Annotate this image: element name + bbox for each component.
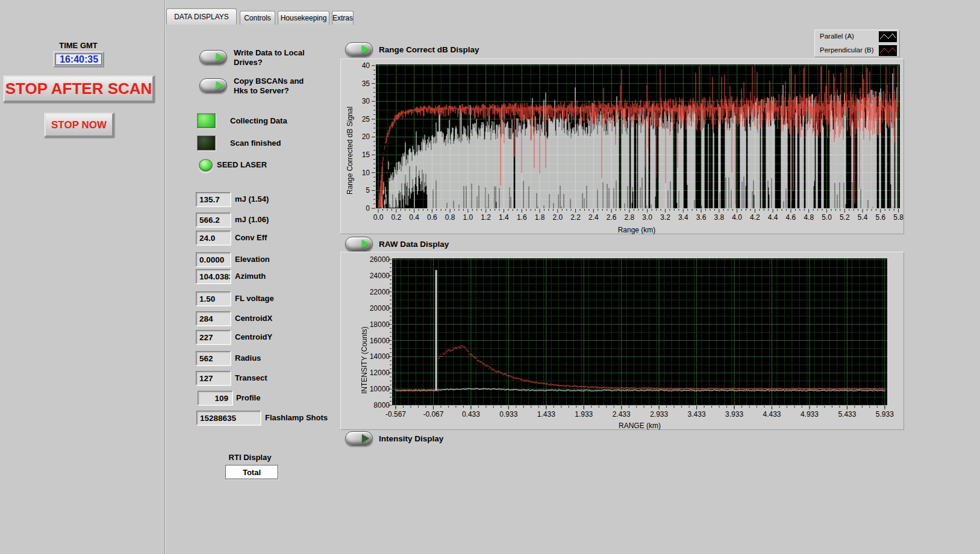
raw-x-tick: 5.433 bbox=[831, 410, 863, 419]
raw-x-tick: 1.433 bbox=[530, 410, 563, 419]
legend-swatch-parallel-icon bbox=[879, 31, 897, 42]
legend-row-perpendicular: Perpendicular (B) bbox=[815, 44, 899, 57]
raw-x-tick: 0.433 bbox=[455, 410, 487, 419]
db-y-tick: 0 bbox=[346, 204, 370, 213]
range-correct-db-title: Range Correct dB Display bbox=[379, 45, 479, 55]
legend-label-parallel: Parallel (A) bbox=[820, 33, 854, 40]
legend-swatch-perpendicular-icon bbox=[879, 45, 897, 56]
centroidy-value: 227 bbox=[196, 330, 231, 344]
time-gmt-label: TIME GMT bbox=[36, 41, 120, 51]
raw-x-tick: -0.567 bbox=[379, 410, 412, 419]
scan-finished-label: Scan finished bbox=[230, 138, 281, 148]
raw-x-tick: 3.433 bbox=[681, 410, 713, 419]
raw-data-display-title: RAW Data Display bbox=[379, 240, 449, 249]
raw-y-tick: 18000 bbox=[360, 320, 390, 329]
db-y-tick: 40 bbox=[346, 61, 370, 70]
raw-x-tick: 2.933 bbox=[643, 410, 675, 419]
raw-y-tick: 14000 bbox=[360, 352, 390, 361]
toggle-arrow-icon bbox=[362, 45, 369, 54]
transect-label: Transect bbox=[235, 373, 267, 383]
seed-laser-label: SEED LASER bbox=[217, 160, 267, 170]
radius-value: 562 bbox=[196, 351, 231, 366]
range-correct-db-toggle[interactable] bbox=[345, 42, 373, 57]
db-y-tick: 25 bbox=[346, 115, 370, 123]
collecting-data-label: Collecting Data bbox=[230, 116, 287, 126]
fl-voltage-label: FL voltage bbox=[235, 294, 274, 303]
profile-label: Profile bbox=[236, 393, 260, 403]
raw-x-axis-label: RANGE (km) bbox=[392, 422, 887, 430]
db-y-tick: 5 bbox=[346, 186, 370, 195]
raw-x-tick: 0.933 bbox=[492, 410, 525, 419]
stop-after-scan-button[interactable]: STOP AFTER SCAN bbox=[3, 75, 154, 102]
tab-extras[interactable]: Extras bbox=[332, 11, 354, 25]
intensity-display-toggle[interactable] bbox=[345, 431, 373, 446]
db-y-tick: 15 bbox=[346, 151, 370, 159]
db-y-tick: 10 bbox=[346, 169, 370, 177]
raw-x-tick: 1.933 bbox=[567, 410, 600, 419]
elevation-label: Elevation bbox=[235, 255, 270, 264]
raw-y-tick: 22000 bbox=[360, 288, 390, 296]
db-y-tick: 30 bbox=[346, 97, 370, 105]
toggle-arrow-icon bbox=[362, 240, 369, 248]
flashlamp-shots-label: Flashlamp Shots bbox=[265, 413, 328, 423]
db-x-tick: 5.8 bbox=[887, 213, 911, 222]
rti-display-label: RTI Display bbox=[220, 453, 280, 462]
transect-value: 127 bbox=[196, 371, 231, 385]
raw-y-tick: 20000 bbox=[360, 304, 390, 313]
raw-y-tick: 12000 bbox=[360, 369, 390, 377]
radius-label: Radius bbox=[235, 353, 261, 363]
conv-eff-label: Conv Eff bbox=[235, 233, 267, 243]
left-control-panel: TIME GMT 16:40:35 STOP AFTER SCAN STOP N… bbox=[0, 0, 165, 554]
time-gmt-display: 16:40:35 bbox=[53, 51, 104, 67]
raw-y-tick: 8000 bbox=[360, 401, 390, 409]
centroidy-label: CentroidY bbox=[235, 332, 272, 342]
copy-bscans-toggle[interactable] bbox=[199, 78, 227, 93]
time-gmt-value: 16:40:35 bbox=[55, 54, 102, 65]
centroidx-value: 284 bbox=[196, 311, 231, 326]
mj-154-value: 135.7 bbox=[196, 192, 231, 207]
raw-y-tick: 26000 bbox=[360, 255, 390, 264]
stop-now-button[interactable]: STOP NOW bbox=[44, 113, 114, 137]
raw-data-graph: INTENSITY (Counts) RANGE (km) 2600024000… bbox=[340, 252, 904, 430]
raw-plot-area[interactable] bbox=[387, 258, 887, 410]
seed-laser-led bbox=[199, 159, 213, 172]
collecting-data-led bbox=[197, 113, 216, 128]
tab-controls[interactable]: Controls bbox=[240, 11, 275, 25]
raw-x-tick: 2.433 bbox=[605, 410, 638, 419]
legend-label-perpendicular: Perpendicular (B) bbox=[820, 46, 873, 54]
db-plot-area[interactable] bbox=[371, 64, 900, 213]
toggle-arrow-icon bbox=[362, 434, 369, 443]
mj-106-value: 566.2 bbox=[196, 213, 231, 227]
db-x-axis-label: Range (km) bbox=[376, 226, 897, 234]
raw-x-tick: -0.067 bbox=[417, 410, 449, 419]
application-window: TIME GMT 16:40:35 STOP AFTER SCAN STOP N… bbox=[0, 0, 980, 554]
raw-data-display-toggle[interactable] bbox=[345, 237, 373, 251]
mj-106-label: mJ (1.06) bbox=[235, 215, 269, 225]
toggle-arrow-icon bbox=[216, 81, 223, 90]
legend-row-parallel: Parallel (A) bbox=[815, 30, 899, 43]
tab-data-displays[interactable]: DATA DISPLAYS bbox=[166, 8, 237, 25]
intensity-display-label: Intensity Display bbox=[379, 434, 443, 444]
mj-154-label: mJ (1.54) bbox=[235, 195, 269, 204]
tab-housekeeping[interactable]: Housekeeping bbox=[278, 11, 329, 25]
azimuth-value: 104.0383 bbox=[196, 269, 231, 284]
raw-y-tick: 16000 bbox=[360, 337, 390, 345]
elevation-value: 0.0000 bbox=[196, 252, 231, 267]
rti-display-ring[interactable]: Total bbox=[225, 465, 278, 479]
raw-x-tick: 4.433 bbox=[756, 410, 788, 419]
toggle-arrow-icon bbox=[216, 53, 223, 61]
raw-x-tick: 3.933 bbox=[718, 410, 751, 419]
scan-finished-led bbox=[197, 135, 216, 151]
raw-y-tick: 10000 bbox=[360, 385, 390, 393]
plot-legend[interactable]: Parallel (A) Perpendicular (B) bbox=[814, 30, 900, 57]
conv-eff-value: 24.0 bbox=[196, 231, 231, 245]
azimuth-label: Azimuth bbox=[235, 272, 266, 281]
flashlamp-shots-value: 15288635 bbox=[196, 411, 261, 425]
raw-x-tick: 5.933 bbox=[869, 410, 901, 419]
copy-bscans-label: Copy BSCANs and Hks to Server? bbox=[234, 76, 304, 96]
db-y-tick: 35 bbox=[346, 79, 370, 88]
raw-x-tick: 4.933 bbox=[793, 410, 826, 419]
profile-value: 109 bbox=[198, 391, 233, 405]
fl-voltage-value: 1.50 bbox=[196, 291, 231, 306]
write-data-toggle[interactable] bbox=[199, 50, 227, 64]
